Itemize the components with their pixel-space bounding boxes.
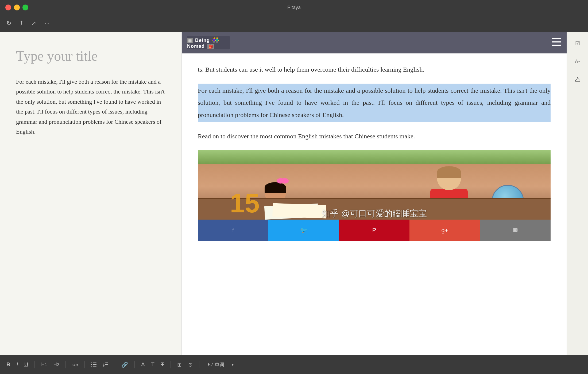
toolbar-divider-2 <box>65 361 66 368</box>
twitter-icon: 🐦 <box>300 227 307 234</box>
underline-button[interactable]: U <box>24 361 28 368</box>
google-icon: g+ <box>441 227 448 234</box>
svg-rect-0 <box>552 38 561 39</box>
highlighted-text-content: For each mistake, I'll give both a reaso… <box>198 87 551 118</box>
toolbar: ↻ ⤴ ⤢ ··· <box>0 15 588 32</box>
toolbar-divider-7 <box>199 361 199 368</box>
logo-nomad-text: Nomad <box>187 44 205 49</box>
svg-rect-7 <box>91 366 92 367</box>
flash-icon-text: A <box>575 59 578 64</box>
list-ul-button[interactable] <box>91 363 96 367</box>
italic-button[interactable]: i <box>17 361 18 368</box>
minimize-button[interactable] <box>14 5 20 10</box>
svg-rect-8 <box>93 366 96 367</box>
toolbar-divider-6 <box>171 361 171 368</box>
list-ol-button[interactable]: 1. 2. <box>103 363 108 367</box>
bottom-toolbar: B i U H1 H2 «» 1. 2. 🔗 A T T ⊞ ⊙ 57 单词 ▾ <box>0 355 588 374</box>
pinterest-icon: P <box>372 227 376 234</box>
editor-pane[interactable]: Type your title For each mistake, I'll g… <box>0 32 182 355</box>
toolbar-divider-5 <box>134 361 135 368</box>
app-title: Pitaya <box>287 5 301 10</box>
logo-person-icon: 👫 <box>212 37 219 43</box>
close-button[interactable] <box>5 5 11 10</box>
highlighted-paragraph: For each mistake, I'll give both a reaso… <box>198 84 551 122</box>
google-button[interactable]: g+ <box>409 220 480 241</box>
bold-button[interactable]: B <box>6 361 10 368</box>
logo-icon: ▦ Being 👫 Nomad 🎒 <box>187 36 230 49</box>
chinese-sidebar-icon[interactable]: 亼 <box>572 74 583 85</box>
svg-text:2.: 2. <box>103 366 105 367</box>
browser-pane: ▦ Being 👫 Nomad 🎒 <box>182 32 567 355</box>
zhihu-overlay: 知乎 @可口可爱的瞌睡宝宝 <box>198 208 551 220</box>
svg-rect-5 <box>91 364 92 365</box>
share-icon[interactable]: ⤴ <box>20 20 23 27</box>
article-image: 15 知乎 @可口可爱的瞌睡宝宝 f 🐦 P <box>198 150 551 241</box>
word-count: 57 单词 <box>208 361 224 368</box>
facebook-button[interactable]: f <box>198 220 268 241</box>
image-button[interactable]: ⊞ <box>177 361 182 368</box>
social-bar: f 🐦 P g+ ✉ <box>198 220 551 241</box>
editor-body[interactable]: For each mistake, I'll give both a reaso… <box>16 77 165 137</box>
svg-rect-2 <box>552 45 561 46</box>
toolbar-divider-1 <box>34 361 35 368</box>
intro-text: ts. But students can use it well to help… <box>198 64 551 75</box>
svg-rect-4 <box>93 363 96 363</box>
flash-sidebar-icon[interactable]: A + <box>572 56 583 67</box>
traffic-lights <box>5 5 28 10</box>
quote-button[interactable]: «» <box>72 361 78 368</box>
toolbar-divider-3 <box>84 361 85 368</box>
read-on-text: Read on to discover the most common Engl… <box>198 133 415 140</box>
word-count-arrow[interactable]: ▾ <box>232 363 234 367</box>
intro-text-content: ts. But students can use it well to help… <box>198 66 424 73</box>
checkbox-sidebar-icon[interactable]: ☑ <box>572 37 583 49</box>
browser-menu-icon[interactable] <box>552 38 561 48</box>
browser-content[interactable]: ts. But students can use it well to help… <box>182 53 567 355</box>
toolbar-divider-4 <box>115 361 115 368</box>
email-icon: ✉ <box>513 227 518 234</box>
browser-logo: ▦ Being 👫 Nomad 🎒 <box>187 36 230 49</box>
logo-text: Being <box>195 38 211 43</box>
more-icon[interactable]: ··· <box>45 20 49 27</box>
twitter-button[interactable]: 🐦 <box>268 220 339 241</box>
title-bar: Pitaya <box>0 0 588 15</box>
logo-right-icon: 🎒 <box>207 44 214 49</box>
right-sidebar: ☑ A + 亼 <box>567 32 588 355</box>
read-on-paragraph: Read on to discover the most common Engl… <box>198 131 551 142</box>
link-button[interactable]: 🔗 <box>121 361 128 368</box>
text-a-button[interactable]: A <box>141 361 145 368</box>
h2-button[interactable]: H2 <box>53 362 59 367</box>
editor-title-placeholder[interactable]: Type your title <box>16 48 165 64</box>
svg-rect-6 <box>93 364 96 365</box>
text-t-button[interactable]: T <box>151 361 154 368</box>
pinterest-button[interactable]: P <box>339 220 409 241</box>
main-content: Type your title For each mistake, I'll g… <box>0 32 588 355</box>
svg-rect-12 <box>105 364 108 365</box>
email-button[interactable]: ✉ <box>480 220 551 241</box>
svg-rect-10 <box>105 363 108 363</box>
flash-icon-sub: + <box>578 60 580 63</box>
h1-button[interactable]: H1 <box>41 362 47 367</box>
browser-toolbar: ▦ Being 👫 Nomad 🎒 <box>182 32 567 53</box>
facebook-icon: f <box>232 227 234 234</box>
svg-rect-3 <box>91 363 92 363</box>
maximize-button[interactable] <box>22 5 28 10</box>
refresh-icon[interactable]: ↻ <box>6 20 11 27</box>
expand-icon[interactable]: ⤢ <box>31 20 36 27</box>
strikethrough-button[interactable]: T <box>161 361 164 368</box>
clock-button[interactable]: ⊙ <box>188 361 193 368</box>
svg-rect-1 <box>552 41 561 42</box>
